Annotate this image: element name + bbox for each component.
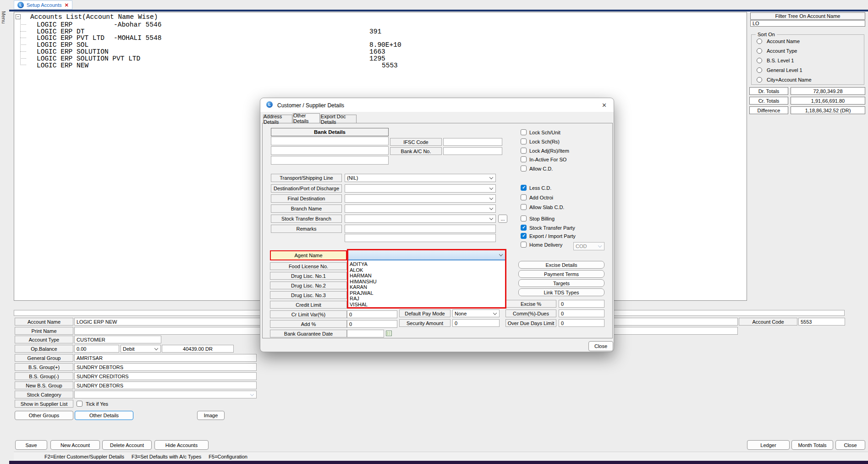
dialog-close-button[interactable]: Close [588,341,613,351]
bank-details-input-3[interactable] [271,156,389,165]
tree-guide-stub [20,38,26,38]
stock-transfer-party-checkbox[interactable] [521,225,527,231]
agent-name-combobox[interactable] [348,250,505,260]
agent-option[interactable]: RAJ [348,296,505,302]
lock-sch-unit-checkbox[interactable] [521,129,527,135]
general-group-input[interactable]: AMRITSAR [74,354,257,362]
allow-cd-checkbox[interactable] [521,166,527,171]
final-destination-select[interactable] [345,194,496,203]
lock-adj-rs-item-checkbox[interactable] [521,148,527,154]
bank-details-input-1[interactable] [271,137,389,145]
account-type-input[interactable]: CUSTOMER [74,336,161,343]
excise-percent-input[interactable]: 0 [559,300,604,308]
stock-transfer-branch-select[interactable] [345,215,496,223]
op-balance-drcr-select[interactable]: Debit [121,345,161,353]
lock-sch-rs-checkbox[interactable] [521,138,527,144]
agent-option[interactable]: ALOK [348,267,505,273]
tree-item[interactable]: LOGIC ERP SOLUTION [37,48,109,55]
tab-export-doc-details[interactable]: Export Doc Details [320,115,357,123]
allow-slab-cd-checkbox[interactable] [521,204,527,210]
agent-option[interactable]: KARAN [348,284,505,290]
tree-item[interactable]: LOGIC ERP SOL [37,41,88,49]
sort-radio-label[interactable]: B.S. Level 1 [767,58,794,63]
remarks-input[interactable] [345,225,496,233]
transport-shipping-line-select[interactable]: (NIL) [345,174,496,182]
tab-address-details[interactable]: Address Details [263,115,292,123]
home-delivery-checkbox[interactable] [521,242,527,248]
filter-input[interactable]: LO [750,20,865,27]
targets-button[interactable]: Targets [518,279,604,287]
account-code-input[interactable]: 5553 [798,318,845,326]
tick-if-yes-checkbox[interactable] [77,401,82,407]
cr-totals-label: Cr. Totals [749,97,788,105]
sort-radio-label[interactable]: Account Type [767,48,797,54]
bs-group-minus-input[interactable]: SUNDRY CREDITORS [74,372,257,380]
tick-if-yes-label: Tick if Yes [86,401,108,407]
security-amount-input[interactable]: 0 [452,319,500,327]
tree-item[interactable]: LOGIC ERP SOLUTION PVT LTD [37,55,140,62]
default-pay-mode-select[interactable]: None [452,309,500,317]
stock-transfer-branch-more-button[interactable]: ... [498,215,507,223]
add-percent-input[interactable]: 0 [347,320,397,328]
less-cd-checkbox[interactable] [521,185,527,191]
home-delivery-mode-select[interactable]: COD [573,242,604,250]
calendar-icon[interactable] [386,331,392,336]
tab-other-details[interactable]: Other Details [293,113,320,123]
image-button[interactable]: Image [197,411,225,420]
tree-item[interactable]: LOGIC ERP NEW [37,62,88,69]
menu-strip[interactable]: Menu [1,11,6,24]
sort-radio-city-account[interactable] [757,77,762,83]
bank-guarantee-date-input[interactable] [347,330,384,337]
sort-radio-label[interactable]: City+Account Name [767,77,812,83]
ledger-button[interactable]: Ledger [747,440,790,450]
agent-option[interactable]: HIMANSHU [348,279,505,285]
sort-radio-label[interactable]: Account Name [767,39,800,44]
comm-dues-input[interactable]: 0 [559,309,604,317]
over-due-days-input[interactable]: 0 [559,319,604,327]
payment-terms-button[interactable]: Payment Terms [518,270,604,278]
delete-account-button[interactable]: Delete Account [102,440,152,450]
sort-radio-account-type[interactable] [757,48,762,54]
other-groups-button[interactable]: Other Groups [15,411,73,420]
ifsc-code-input[interactable] [443,138,502,146]
tree-collapse-icon[interactable]: − [16,14,21,19]
agent-option[interactable]: PRAJWAL [348,290,505,296]
link-tds-types-button[interactable]: Link TDS Types [518,288,604,296]
destination-port-select[interactable] [345,184,496,193]
remarks-input-2[interactable] [345,234,496,242]
excise-details-button[interactable]: Excise Details [518,261,604,269]
chevron-down-icon [489,186,493,190]
month-totals-button[interactable]: Month Totals [791,440,833,450]
other-details-button[interactable]: Other Details [75,411,133,420]
hide-accounts-button[interactable]: Hide Accounts [154,440,209,450]
cr-limit-var-input[interactable]: 0 [347,310,397,318]
tree-item[interactable]: LOGIC ERP PVT LTD [37,34,104,42]
sort-radio-label[interactable]: General Level 1 [767,67,802,73]
bank-details-input-2[interactable] [271,146,389,155]
tree-root-label[interactable]: Accounts List(Account Name Wise) [30,13,158,21]
tab-title: Setup Accounts [27,2,61,8]
tab-setup-accounts[interactable]: L Setup Accounts ✕ [14,0,72,10]
export-import-party-checkbox[interactable] [521,233,527,239]
stock-category-select[interactable] [74,391,257,398]
branch-name-select[interactable] [345,204,496,213]
op-balance-input[interactable]: 0.00 [74,345,119,353]
new-account-button[interactable]: New Account [50,440,100,450]
add-octroi-checkbox[interactable] [521,194,527,200]
tree-item[interactable]: LOGIC ERP [37,21,72,28]
dialog-close-icon[interactable]: ✕ [602,102,607,109]
inactive-for-so-checkbox[interactable] [521,156,527,162]
stop-billing-checkbox[interactable] [521,215,527,221]
bank-ac-no-input[interactable] [443,147,502,155]
save-button[interactable]: Save [15,440,47,450]
agent-option[interactable]: VISHAL [348,302,505,308]
sort-radio-general-level1[interactable] [757,67,762,73]
agent-option[interactable]: ADITYA [348,261,505,267]
agent-option[interactable]: HARMAN [348,273,505,279]
bs-group-plus-input[interactable]: SUNDRY DEBTORS [74,363,257,371]
tab-close-icon[interactable]: ✕ [65,2,69,8]
sort-radio-account-name[interactable] [757,39,762,44]
new-bs-group-input[interactable]: SUNDRY DEBTORS [74,381,257,389]
close-button[interactable]: Close [835,440,865,450]
sort-radio-bs-level1[interactable] [757,58,762,63]
